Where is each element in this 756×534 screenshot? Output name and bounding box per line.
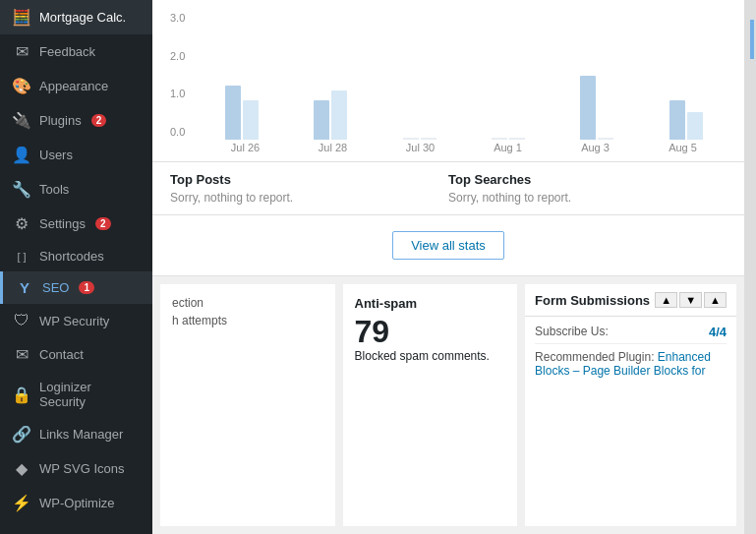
x-label-aug3: Aug 3 <box>552 142 639 153</box>
bar-6b <box>687 112 703 140</box>
plugins-icon: 🔌 <box>12 111 31 130</box>
view-all-stats-button[interactable]: View all stats <box>392 231 504 260</box>
optimize-icon: ⚡ <box>12 494 31 512</box>
chart-group-5 <box>556 76 637 140</box>
links-icon: 🔗 <box>12 425 31 444</box>
form-widget-header: Form Submissions ▲ ▼ ▲ <box>525 284 736 317</box>
shortcodes-icon: [ ] <box>12 251 31 263</box>
settings-icon: ⚙ <box>12 214 31 233</box>
chart-group-6 <box>646 100 727 140</box>
bar-3b <box>421 138 436 140</box>
x-label-jul28: Jul 28 <box>289 142 377 153</box>
loginizer-icon: 🔒 <box>12 386 31 404</box>
y-label-1: 1.0 <box>170 88 185 99</box>
bar-5a <box>580 76 596 140</box>
mortgage-icon: 🧮 <box>12 8 31 27</box>
seo-icon: Y <box>15 279 34 296</box>
chart-group-1 <box>202 86 282 140</box>
chart-group-3 <box>379 138 460 140</box>
seo-submenu-wrapper: Y SEO 1 General Search Appearance Social… <box>0 271 152 304</box>
sidebar-item-label: Appearance <box>39 79 108 93</box>
bar-1a <box>225 86 241 140</box>
bar-6a <box>669 100 685 140</box>
antispam-title: Anti-spam <box>355 296 506 311</box>
sidebar-item-wp-security[interactable]: 🛡 WP Security <box>0 304 152 337</box>
form-widget-body: Subscribe Us: 4/4 Recommended Plugin: En… <box>525 317 736 386</box>
x-label-jul30: Jul 30 <box>377 142 464 153</box>
appearance-icon: 🎨 <box>12 77 31 95</box>
plugins-badge: 2 <box>91 114 107 127</box>
bar-2a <box>314 100 329 140</box>
chart-x-labels: Jul 26 Jul 28 Jul 30 Aug 1 Aug 3 Aug 5 <box>170 142 727 153</box>
sidebar-item-settings[interactable]: ⚙ Settings 2 <box>0 207 152 241</box>
top-searches-empty: Sorry, nothing to report. <box>448 191 727 205</box>
bar-1b <box>243 100 259 140</box>
top-posts-section: Top Posts Sorry, nothing to report. <box>170 172 448 205</box>
scroll-handle[interactable] <box>750 20 754 59</box>
bar-5b <box>598 138 613 140</box>
form-widget-up-btn[interactable]: ▲ <box>655 292 677 308</box>
subscribe-row: Subscribe Us: 4/4 <box>535 325 727 339</box>
svg-icon: ◆ <box>12 459 31 478</box>
chart-y-axis: 3.0 2.0 1.0 0.0 <box>170 12 185 140</box>
y-label-3: 3.0 <box>170 12 185 24</box>
sidebar-item-label: WP-Optimize <box>39 496 115 510</box>
sidebar-item-users[interactable]: 👤 Users <box>0 138 152 172</box>
view-all-container: View all stats <box>152 215 744 276</box>
y-label-2: 2.0 <box>170 50 185 62</box>
sidebar-item-wp-optimize[interactable]: ⚡ WP-Optimize <box>0 486 152 520</box>
wp-security-icon: 🛡 <box>12 312 31 329</box>
form-widget-down-btn[interactable]: ▼ <box>679 292 702 308</box>
top-posts-title: Top Posts <box>170 172 448 187</box>
x-label-aug1: Aug 1 <box>464 142 552 153</box>
sidebar-item-loginizer[interactable]: 🔒 Loginizer Security <box>0 372 152 417</box>
chart-group-2 <box>290 90 371 140</box>
bar-4b <box>509 138 525 140</box>
sidebar-item-shortcodes[interactable]: [ ] Shortcodes <box>0 241 152 271</box>
sidebar: 🧮 Mortgage Calc. ✉ Feedback 🎨 Appearance… <box>0 0 152 534</box>
sidebar-item-label: WP SVG Icons <box>39 461 124 476</box>
sidebar-item-plugins[interactable]: 🔌 Plugins 2 <box>0 103 152 138</box>
feedback-icon: ✉ <box>12 42 31 61</box>
sidebar-item-label: Loginizer Security <box>39 380 141 409</box>
chart-area: 3.0 2.0 1.0 0.0 <box>152 0 744 162</box>
sidebar-item-label: Shortcodes <box>39 249 104 264</box>
sidebar-item-label: WP Security <box>39 314 109 328</box>
antispam-number: 79 <box>355 315 506 349</box>
sidebar-item-mortgage[interactable]: 🧮 Mortgage Calc. <box>0 0 152 34</box>
sidebar-item-feedback[interactable]: ✉ Feedback <box>0 34 152 69</box>
top-posts-empty: Sorry, nothing to report. <box>170 191 448 205</box>
chart-bars <box>202 12 727 140</box>
x-label-aug5: Aug 5 <box>639 142 727 153</box>
top-searches-title: Top Searches <box>448 172 727 187</box>
settings-badge: 2 <box>95 217 111 230</box>
sidebar-item-links-manager[interactable]: 🔗 Links Manager <box>0 417 152 451</box>
sidebar-item-tools[interactable]: 🔧 Tools <box>0 172 152 207</box>
form-submissions-widget: Form Submissions ▲ ▼ ▲ Subscribe Us: 4/4… <box>525 284 736 526</box>
widget-left: ection h attempts <box>160 284 335 526</box>
recommended-plugin-label: Recommended Plugin: <box>535 350 654 364</box>
sidebar-item-contact[interactable]: ✉ Contact <box>0 337 152 372</box>
sidebar-item-label: Plugins <box>39 113 82 128</box>
plugin-recommendation: Recommended Plugin: Enhanced Blocks – Pa… <box>535 343 727 378</box>
contact-icon: ✉ <box>12 345 31 364</box>
top-searches-section: Top Searches Sorry, nothing to report. <box>448 172 727 205</box>
sidebar-item-seo[interactable]: Y SEO 1 <box>0 271 152 304</box>
bar-4a <box>492 138 507 140</box>
sidebar-item-wp-svg[interactable]: ◆ WP SVG Icons <box>0 451 152 486</box>
sidebar-item-label: Links Manager <box>39 427 123 442</box>
bar-3a <box>403 138 419 140</box>
sidebar-item-label: SEO <box>42 280 69 295</box>
antispam-description: Blocked spam comments. <box>355 349 506 363</box>
main-content: 3.0 2.0 1.0 0.0 <box>152 0 744 534</box>
sidebar-item-label: Settings <box>39 216 86 231</box>
sidebar-item-appearance[interactable]: 🎨 Appearance <box>0 69 152 103</box>
users-icon: 👤 <box>12 146 31 164</box>
form-widget-controls: ▲ ▼ ▲ <box>655 292 727 308</box>
sidebar-item-label: Contact <box>39 347 84 362</box>
chart-group-4 <box>468 138 549 140</box>
subscribe-text: Subscribe Us: <box>535 325 609 339</box>
widget-left-attempts: h attempts <box>172 314 323 327</box>
seo-badge: 1 <box>79 281 94 294</box>
form-widget-toggle-btn[interactable]: ▲ <box>704 292 727 308</box>
